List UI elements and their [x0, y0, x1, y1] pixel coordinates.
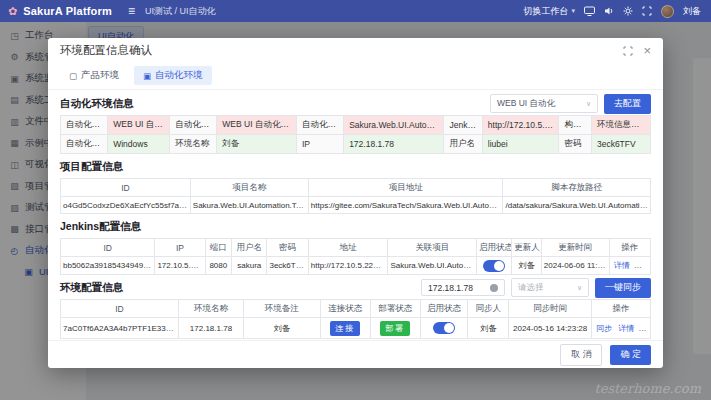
close-icon[interactable]: ×: [643, 44, 651, 57]
deploy-status-badge[interactable]: 部署: [380, 321, 410, 336]
kv-label: Jenkins: [444, 116, 482, 135]
table-header-row: ID 环境名称 环境备注 连接状态 部署状态 启用状态 同步人 同步时间 操作: [61, 300, 651, 318]
col-header: ID: [61, 179, 191, 197]
col-header: 同步人: [468, 300, 509, 318]
connect-status-badge[interactable]: 连接: [330, 321, 360, 336]
section-title-auto-env: 自动化环境信息: [60, 97, 134, 111]
tab-product-env[interactable]: ▢ 产品环境: [60, 66, 128, 85]
table-row: 7aC0Tf6A2A3A4b7PTF1E33o2T92T7B 172.18.1.…: [61, 318, 651, 339]
kv-value: 刘备: [217, 135, 297, 154]
modal-body: 自动化环境信息 WEB UI 自动化 ∨ 去配置: [48, 90, 663, 340]
environment-table: ID 环境名称 环境备注 连接状态 部署状态 启用状态 同步人 同步时间 操作 …: [60, 299, 651, 339]
chevron-down-icon: ▾: [571, 7, 575, 15]
env-connect-link[interactable]: 连接: [640, 324, 650, 333]
env-select[interactable]: 请选择 ∨: [511, 278, 589, 297]
jenkins-more-link[interactable]: 更多: [636, 261, 651, 270]
col-header: 更新人: [512, 239, 542, 257]
kv-label: 构建名: [559, 116, 591, 135]
col-header: 启用状态: [476, 239, 511, 257]
kv-label: 自动化环境: [61, 135, 108, 154]
cancel-button[interactable]: 取 消: [560, 344, 603, 366]
kv-value: 环境信息确认: [591, 116, 650, 135]
col-header: 地址: [308, 239, 388, 257]
tab-label: 产品环境: [81, 69, 119, 82]
tab-automation-env[interactable]: ▣ 自动化环境: [134, 66, 212, 85]
modal-title: 环境配置信息确认: [60, 43, 152, 58]
env-detail-link[interactable]: 详情: [618, 324, 634, 333]
kv-value: http://172.10.5.227:8080: [482, 116, 559, 135]
col-header: 脚本存放路径: [503, 179, 651, 197]
col-header: ID: [61, 239, 155, 257]
chevron-down-icon: ∨: [586, 100, 591, 108]
info-circle-icon: [490, 284, 498, 292]
project-id: o4Gd5CodxzDe6XaEcfYc55sf7aSodrG: [61, 197, 191, 214]
section-title-jenkins: Jenkins配置信息: [60, 220, 141, 234]
col-header: 操作: [591, 300, 650, 318]
kv-value: 3eck6TFV: [591, 135, 650, 154]
jenkins-updater: 刘备: [512, 257, 542, 275]
automation-type-select[interactable]: WEB UI 自动化 ∨: [490, 94, 598, 113]
project-script-path: /data/sakura/Sakura.Web.UI.Automation.Te…: [503, 197, 651, 214]
jenkins-enabled-toggle[interactable]: [483, 260, 505, 272]
modal-header: 环境配置信息确认 ×: [48, 38, 663, 63]
col-header: 操作: [609, 239, 650, 257]
jenkins-updated-at: 2024-06-06 11:53:21: [541, 257, 609, 275]
jenkins-url-link[interactable]: http://172.10.5.227:8080: [308, 257, 388, 275]
kv-value: liubei: [482, 135, 559, 154]
env-enabled-toggle[interactable]: [433, 322, 455, 334]
confirm-button[interactable]: 确 定: [610, 345, 651, 365]
volume-icon[interactable]: [604, 6, 614, 16]
col-header: 环境名称: [179, 300, 244, 318]
username[interactable]: 刘备: [683, 5, 701, 18]
kv-label: 密码: [559, 135, 591, 154]
fullscreen-icon[interactable]: [642, 6, 652, 16]
jenkins-port: 8080: [205, 257, 232, 275]
settings-gear-icon[interactable]: [623, 6, 633, 16]
kv-value: WEB UI 自动化: [108, 116, 170, 135]
modal-fullscreen-icon[interactable]: [623, 46, 633, 56]
kv-value: 172.18.1.78: [344, 135, 444, 154]
jenkins-password: 3eck6TFV: [267, 257, 308, 275]
workspace-switcher[interactable]: 切换工作台 ▾: [523, 5, 575, 18]
col-header: 密码: [267, 239, 308, 257]
env-sync-link[interactable]: 同步: [596, 324, 612, 333]
col-header: ID: [61, 300, 179, 318]
kv-label: 用户名: [444, 135, 482, 154]
col-header: 启用状态: [420, 300, 467, 318]
auto-env-table: 自动化名称 WEB UI 自动化 自动化描述 WEB UI 自动化的相关配置 自…: [60, 115, 651, 154]
modal-tabs: ▢ 产品环境 ▣ 自动化环境: [48, 63, 663, 90]
brand-title: SakurA Platform: [23, 5, 112, 17]
env-syncer: 刘备: [468, 318, 509, 339]
project-url-link[interactable]: https://gitee.com/SakuraTech/Sakura.Web.…: [308, 197, 503, 214]
jenkins-detail-link[interactable]: 详情: [614, 261, 630, 270]
col-header: 关联项目: [388, 239, 477, 257]
kv-label: 自动化名称: [61, 116, 108, 135]
env-remark-link[interactable]: 刘备: [243, 318, 320, 339]
go-configure-button[interactable]: 去配置: [604, 94, 651, 114]
tab-label: 自动化环境: [155, 69, 203, 82]
col-header: 端口: [205, 239, 232, 257]
col-header: 项目地址: [308, 179, 503, 197]
col-header: 环境备注: [243, 300, 320, 318]
table-row: 自动化环境 Windows 环境名称 刘备 IP 172.18.1.78 用户名…: [61, 135, 651, 154]
table-header-row: ID 项目名称 项目地址 脚本存放路径: [61, 179, 651, 197]
col-header: 用户名: [232, 239, 267, 257]
env-name: 172.18.1.78: [179, 318, 244, 339]
kv-label: IP: [296, 135, 343, 154]
env-id: 7aC0Tf6A2A3A4b7PTF1E33o2T92T7B: [61, 318, 179, 339]
main-area: ◳ 工作台 ⚙ 系统管理 ▣ 系统监控 ▤ 系统工具 ▥ 文件中心 ▦ 示例中心: [0, 22, 711, 400]
automation-env-icon: ▣: [143, 71, 151, 81]
kv-value: Sakura.Web.UI.Automation.Test: [344, 116, 444, 135]
table-row: o4Gd5CodxzDe6XaEcfYc55sf7aSodrG Sakura.W…: [61, 197, 651, 214]
menu-collapse-icon[interactable]: ≡: [128, 4, 135, 18]
avatar[interactable]: [661, 5, 674, 18]
monitor-icon[interactable]: [584, 6, 595, 16]
jenkins-username: sakura: [232, 257, 267, 275]
one-click-sync-button[interactable]: 一键同步: [595, 278, 651, 298]
table-header-row: ID IP 端口 用户名 密码 地址 关联项目 启用状态 更新人 更新时间 操作: [61, 239, 651, 257]
product-env-icon: ▢: [69, 71, 77, 81]
modal-footer: 取 消 确 定: [48, 340, 663, 368]
env-ip-input[interactable]: 172.18.1.78: [421, 279, 505, 296]
col-header: 同步时间: [509, 300, 592, 318]
kv-value: WEB UI 自动化的相关配置: [217, 116, 297, 135]
